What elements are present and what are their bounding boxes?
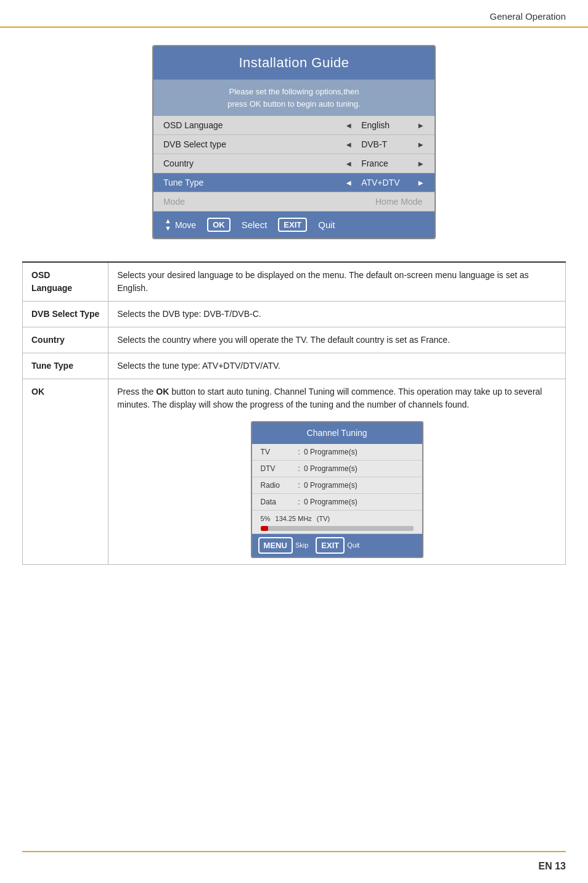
- install-row-arrow-right-3: ►: [417, 178, 425, 187]
- desc-term-1: DVB Select Type: [23, 302, 108, 327]
- move-label: Move: [175, 220, 196, 230]
- install-row-value-4: Home Mode: [375, 197, 425, 207]
- desc-def-4: Press the OK button to start auto tuning…: [108, 379, 566, 565]
- ct-value-2: 0 Programme(s): [304, 480, 357, 491]
- install-dialog-subtitle: Please set the following options,then pr…: [153, 80, 435, 116]
- channel-tuning-title: Channel Tuning: [252, 422, 422, 444]
- desc-term-0: OSDLanguage: [23, 262, 108, 302]
- desc-def-1: Selects the DVB type: DVB-T/DVB-C.: [108, 302, 566, 327]
- install-row-label-4: Mode: [163, 197, 375, 207]
- ct-skip-label: Skip: [295, 540, 308, 551]
- install-row-1: DVB Select type◄DVB-T►: [153, 135, 435, 154]
- install-row-0: OSD Language◄English►: [153, 116, 435, 135]
- install-row-value-0: English: [361, 120, 410, 130]
- desc-row-4: OKPress the OK button to start auto tuni…: [23, 379, 566, 565]
- desc-row-1: DVB Select TypeSelects the DVB type: DVB…: [23, 302, 566, 327]
- install-row-value-3: ATV+DTV: [361, 178, 410, 187]
- ct-colon-1: :: [298, 463, 300, 474]
- desc-table: OSDLanguageSelects your desired language…: [22, 261, 566, 565]
- ct-colon-2: :: [298, 480, 300, 491]
- page-number: EN 13: [539, 861, 566, 872]
- install-row-arrow-right-1: ►: [417, 140, 425, 149]
- install-row-value-2: France: [361, 158, 410, 168]
- install-footer: ▲ ▼ Move OK Select EXIT Quit: [153, 212, 435, 238]
- ct-footer-exit[interactable]: EXITQuit: [316, 537, 359, 554]
- ct-footer: MENUSkipEXITQuit: [252, 534, 422, 557]
- header-title: General Operation: [490, 11, 566, 22]
- channel-tuning-wrapper: Channel TuningTV:0 Programme(s)DTV:0 Pro…: [117, 421, 557, 558]
- footer-move: ▲ ▼ Move: [165, 218, 196, 232]
- install-row-label-0: OSD Language: [163, 120, 345, 130]
- channel-tuning-dialog: Channel TuningTV:0 Programme(s)DTV:0 Pro…: [251, 421, 423, 558]
- ct-progress-info: 5%134.25 MHz(TV): [261, 514, 414, 524]
- ct-label-0: TV: [261, 446, 295, 458]
- ct-label-1: DTV: [261, 463, 295, 474]
- ct-value-3: 0 Programme(s): [304, 496, 357, 507]
- footer-line: [22, 851, 566, 852]
- move-arrows: ▲ ▼: [165, 218, 171, 232]
- install-row-arrow-right-0: ►: [417, 121, 425, 130]
- quit-label: Quit: [318, 220, 335, 230]
- page-header: General Operation: [0, 0, 588, 28]
- install-row-label-3: Tune Type: [163, 178, 345, 187]
- desc-row-3: Tune TypeSelects the tune type: ATV+DTV/…: [23, 353, 566, 379]
- install-row-arrow-left-3: ◄: [345, 178, 353, 187]
- ok-button-box[interactable]: OK: [207, 218, 231, 232]
- arrow-down-icon: ▼: [165, 225, 171, 232]
- def-bold-4: OK: [156, 387, 169, 396]
- install-row-arrow-left-1: ◄: [345, 140, 353, 149]
- install-row-label-2: Country: [163, 158, 345, 168]
- ct-progress-pct: 5%: [261, 514, 271, 524]
- ct-value-0: 0 Programme(s): [304, 446, 357, 458]
- ct-progress: 5%134.25 MHz(TV): [252, 511, 422, 534]
- install-row-arrow-right-2: ►: [417, 159, 425, 168]
- ct-row-0: TV:0 Programme(s): [252, 444, 422, 461]
- ct-label-3: Data: [261, 496, 295, 507]
- desc-term-4: OK: [23, 379, 108, 565]
- install-row-arrow-left-2: ◄: [345, 159, 353, 168]
- ct-progress-bar-inner: [261, 526, 268, 531]
- ct-progress-freq: 134.25 MHz: [276, 514, 312, 524]
- ct-exit-btn[interactable]: EXIT: [316, 537, 345, 554]
- ct-progress-bar-outer: [261, 526, 414, 531]
- install-row-label-1: DVB Select type: [163, 139, 345, 149]
- exit-button-box[interactable]: EXIT: [278, 218, 307, 232]
- desc-def-2: Selects the country where you will opera…: [108, 327, 566, 353]
- ct-colon-0: :: [298, 446, 300, 458]
- ct-progress-type: (TV): [317, 514, 330, 524]
- desc-def-3: Selects the tune type: ATV+DTV/DTV/ATV.: [108, 353, 566, 379]
- ct-menu-btn[interactable]: MENU: [258, 537, 293, 554]
- ct-row-1: DTV:0 Programme(s): [252, 461, 422, 477]
- desc-term-3: Tune Type: [23, 353, 108, 379]
- desc-def-0: Selects your desired language to be disp…: [108, 262, 566, 302]
- ct-row-3: Data:0 Programme(s): [252, 494, 422, 511]
- install-row-arrow-left-0: ◄: [345, 121, 353, 130]
- arrow-up-icon: ▲: [165, 218, 171, 224]
- ct-colon-3: :: [298, 496, 300, 507]
- ct-quit-label: Quit: [347, 540, 359, 551]
- ct-footer-menu[interactable]: MENUSkip: [258, 537, 309, 554]
- select-label: Select: [242, 220, 267, 230]
- install-row-2: Country◄France►: [153, 154, 435, 173]
- desc-row-0: OSDLanguageSelects your desired language…: [23, 262, 566, 302]
- desc-row-2: CountrySelects the country where you wil…: [23, 327, 566, 353]
- install-row-value-1: DVB-T: [361, 139, 410, 149]
- install-dialog-title: Installation Guide: [153, 46, 435, 80]
- install-row-4: ModeHome Mode: [153, 192, 435, 212]
- install-dialog-rows: OSD Language◄English►DVB Select type◄DVB…: [153, 116, 435, 212]
- ct-row-2: Radio:0 Programme(s): [252, 477, 422, 494]
- ct-label-2: Radio: [261, 480, 295, 491]
- install-row-3: Tune Type◄ATV+DTV►: [153, 173, 435, 192]
- main-content: Installation Guide Please set the follow…: [0, 28, 588, 589]
- install-dialog: Installation Guide Please set the follow…: [152, 45, 436, 239]
- ct-value-1: 0 Programme(s): [304, 463, 357, 474]
- desc-term-2: Country: [23, 327, 108, 353]
